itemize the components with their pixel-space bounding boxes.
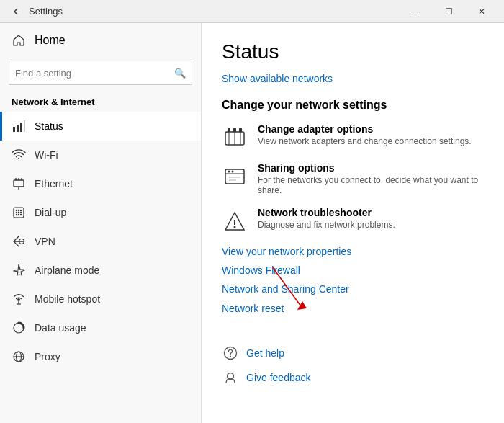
dialup-icon: [12, 205, 26, 220]
get-help-item[interactable]: Get help: [222, 344, 484, 362]
give-feedback-item[interactable]: Give feedback: [222, 369, 484, 386]
home-icon: [12, 33, 26, 48]
close-button[interactable]: ✕: [465, 0, 498, 23]
svg-point-14: [18, 212, 19, 213]
svg-point-13: [16, 212, 17, 213]
show-networks-link[interactable]: Show available networks: [222, 73, 333, 84]
adapter-desc: View network adapters and change connect…: [258, 136, 472, 146]
search-icon: 🔍: [174, 68, 186, 79]
svg-point-11: [18, 210, 19, 211]
view-properties-link[interactable]: View your network properties: [222, 246, 484, 257]
windows-firewall-link[interactable]: Windows Firewall: [222, 264, 484, 276]
search-box[interactable]: 🔍: [9, 61, 192, 85]
troubleshooter-desc: Diagnose and fix network problems.: [258, 220, 395, 230]
content-area: Status Show available networks Change yo…: [202, 23, 504, 423]
sidebar-item-datausage[interactable]: Data usage: [0, 313, 201, 342]
network-reset-link[interactable]: Network reset: [222, 303, 284, 314]
wifi-icon: [12, 148, 26, 162]
titlebar: Settings — ☐ ✕: [0, 0, 504, 23]
adapter-icon: [222, 125, 248, 151]
proxy-label: Proxy: [35, 351, 60, 362]
sharing-text: Sharing options For the networks you con…: [258, 162, 484, 195]
troubleshooter-text: Network troubleshooter Diagnose and fix …: [258, 207, 395, 230]
svg-rect-0: [13, 127, 15, 132]
datausage-icon: [12, 321, 26, 335]
adapter-option: Change adapter options View network adap…: [222, 123, 484, 151]
wifi-label: Wi-Fi: [35, 149, 58, 161]
sidebar-item-dialup[interactable]: Dial-up: [0, 198, 201, 227]
svg-point-12: [20, 210, 22, 211]
sharing-icon: [222, 164, 248, 190]
airplane-icon: [12, 263, 26, 277]
sidebar: Home 🔍 Network & Internet Status: [0, 23, 202, 423]
airplane-label: Airplane mode: [35, 264, 99, 276]
svg-point-10: [16, 210, 17, 211]
svg-point-44: [230, 356, 231, 357]
minimize-button[interactable]: —: [399, 0, 432, 23]
sidebar-item-proxy[interactable]: Proxy: [0, 342, 201, 371]
sidebar-item-status[interactable]: Status: [0, 112, 201, 141]
vpn-label: VPN: [35, 236, 55, 247]
svg-rect-2: [20, 123, 22, 132]
svg-rect-1: [17, 125, 19, 132]
adapter-text: Change adapter options View network adap…: [258, 123, 472, 146]
sidebar-item-ethernet[interactable]: Ethernet: [0, 169, 201, 198]
status-label: Status: [35, 120, 63, 132]
feedback-icon: [222, 369, 239, 386]
svg-point-18: [20, 214, 22, 215]
sidebar-item-wifi[interactable]: Wi-Fi: [0, 141, 201, 169]
bottom-links: Get help Give feedback: [222, 344, 484, 386]
troubleshooter-title: Network troubleshooter: [258, 207, 395, 218]
main-container: Home 🔍 Network & Internet Status: [0, 23, 504, 423]
sharing-option: Sharing options For the networks you con…: [222, 162, 484, 195]
svg-point-17: [18, 214, 19, 215]
vpn-icon: [12, 234, 26, 249]
give-feedback-label: Give feedback: [246, 372, 311, 383]
hotspot-icon: [12, 292, 26, 306]
datausage-label: Data usage: [35, 322, 86, 334]
sidebar-item-hotspot[interactable]: Mobile hotspot: [0, 285, 201, 313]
troubleshooter-option: Network troubleshooter Diagnose and fix …: [222, 207, 484, 234]
svg-rect-4: [14, 180, 24, 187]
dialup-label: Dial-up: [35, 207, 66, 218]
svg-point-16: [16, 214, 17, 215]
section-title: Change your network settings: [222, 99, 484, 112]
svg-rect-32: [239, 128, 242, 132]
back-button[interactable]: [6, 1, 26, 22]
ethernet-label: Ethernet: [35, 178, 73, 190]
svg-point-35: [228, 171, 230, 173]
ethernet-icon: [12, 177, 26, 191]
sharing-title: Sharing options: [258, 162, 484, 174]
sharing-desc: For the networks you connect to, decide …: [258, 175, 484, 195]
svg-point-36: [232, 171, 234, 173]
page-title: Status: [222, 40, 484, 63]
proxy-icon: [12, 349, 26, 364]
svg-point-15: [20, 212, 22, 213]
network-sharing-center-link[interactable]: Network and Sharing Center: [222, 283, 484, 295]
adapter-title: Change adapter options: [258, 123, 472, 135]
svg-point-40: [234, 226, 236, 228]
svg-rect-30: [228, 128, 230, 132]
sidebar-item-vpn[interactable]: VPN: [0, 227, 201, 256]
restore-button[interactable]: ☐: [432, 0, 465, 23]
svg-rect-3: [24, 120, 25, 132]
help-icon: [222, 344, 239, 362]
sidebar-item-airplane[interactable]: Airplane mode: [0, 256, 201, 285]
svg-rect-31: [233, 128, 236, 132]
search-input[interactable]: [15, 68, 174, 79]
home-label: Home: [35, 34, 66, 47]
status-icon: [12, 119, 26, 133]
svg-marker-42: [297, 301, 307, 310]
window-title: Settings: [29, 6, 399, 17]
sidebar-category: Network & Internet: [0, 91, 201, 112]
sidebar-item-home[interactable]: Home: [0, 23, 201, 58]
get-help-label: Get help: [246, 347, 284, 359]
hotspot-label: Mobile hotspot: [35, 293, 100, 305]
window-controls: — ☐ ✕: [399, 0, 498, 23]
troubleshooter-icon: [222, 208, 248, 234]
